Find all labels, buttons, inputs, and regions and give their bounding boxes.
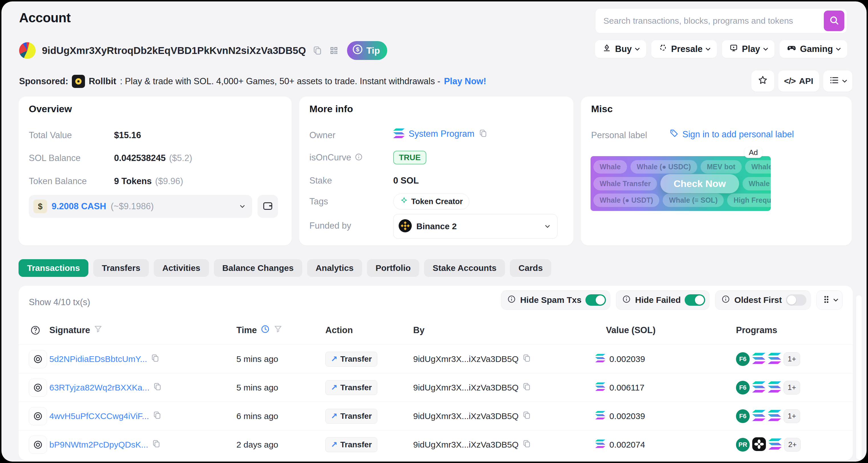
tip-label: Tip: [366, 46, 380, 56]
tip-button[interactable]: $ Tip: [347, 41, 387, 60]
copy-by-button[interactable]: [522, 410, 531, 422]
column-settings-button[interactable]: [816, 290, 843, 310]
program-badge[interactable]: PR: [736, 438, 750, 452]
tab-transfers[interactable]: Transfers: [93, 259, 149, 277]
play-button[interactable]: Play: [722, 40, 774, 58]
rollbit-icon: [72, 75, 85, 88]
filter-icon[interactable]: [274, 324, 283, 336]
token-balance-usd: ($9.96): [155, 176, 183, 186]
more-programs-pill[interactable]: 1+: [784, 352, 800, 366]
tab-analytics[interactable]: Analytics: [307, 259, 362, 277]
program-solana-icon[interactable]: [768, 410, 781, 422]
more-programs-pill[interactable]: 1+: [784, 409, 800, 423]
preview-tx-button[interactable]: [29, 436, 47, 454]
copy-address-button[interactable]: [312, 46, 322, 56]
tx-signature-link[interactable]: 4wvH5uPfCXCCwg4iViF...: [49, 411, 149, 421]
sponsored-text: : Play & trade with SOL. 4,000+ Games, 5…: [120, 76, 440, 86]
account-header: 9idUgXmr3XyRtroqDb2kEqVBD1PkKvnN2siXzVa3…: [19, 41, 387, 60]
buy-button[interactable]: Buy: [595, 40, 646, 58]
tx-value: 0.002039: [609, 411, 645, 421]
favorite-button[interactable]: [751, 70, 774, 92]
program-solana-icon[interactable]: [768, 381, 781, 394]
tx-by-address[interactable]: 9idUgXmr3X...iXzVa3DB5Q: [413, 440, 519, 450]
tab-activities[interactable]: Activities: [154, 259, 209, 277]
solana-icon: [595, 411, 606, 421]
star-icon: [757, 75, 768, 88]
program-solana-icon[interactable]: [768, 353, 781, 365]
qr-code-button[interactable]: [329, 46, 339, 56]
help-icon[interactable]: [30, 323, 41, 338]
program-badge[interactable]: F6: [736, 352, 750, 366]
more-programs-pill[interactable]: 2+: [784, 438, 801, 452]
more-programs-pill[interactable]: 1+: [784, 381, 800, 395]
search-input[interactable]: [603, 16, 824, 26]
hide-failed-switch[interactable]: [685, 294, 705, 306]
tab-stake-accounts[interactable]: Stake Accounts: [424, 259, 505, 277]
tx-by-address[interactable]: 9idUgXmr3X...iXzVa3DB5Q: [413, 383, 519, 393]
api-label: API: [799, 76, 813, 86]
tab-transactions[interactable]: Transactions: [19, 259, 88, 277]
clock-icon[interactable]: [260, 324, 270, 336]
action-badge[interactable]: ↗Transfer: [326, 352, 377, 367]
copy-signature-button[interactable]: [153, 410, 162, 422]
program-badge[interactable]: F6: [736, 409, 750, 423]
action-badge[interactable]: ↗Transfer: [326, 380, 377, 395]
check-now-button[interactable]: Check Now: [660, 174, 739, 193]
gaming-button[interactable]: Gaming: [780, 40, 847, 58]
search-button[interactable]: [824, 10, 844, 31]
hide-failed-toggle-chip[interactable]: Hide Failed: [616, 290, 709, 310]
program-badge[interactable]: F6: [736, 381, 750, 395]
copy-signature-button[interactable]: [153, 382, 162, 393]
scrollbar[interactable]: [856, 295, 862, 460]
tx-signature-link[interactable]: 63RTyjza82Wq2rBXXKa...: [49, 383, 149, 393]
preview-tx-button[interactable]: [29, 407, 47, 425]
tab-portfolio[interactable]: Portfolio: [367, 259, 419, 277]
funded-by-dropdown[interactable]: Binance 2: [393, 214, 557, 239]
ad-banner[interactable]: Whale Whale (● USDC) MEV bot Whale (● BN…: [591, 156, 771, 211]
hide-spam-toggle-chip[interactable]: Hide Spam Txs: [501, 290, 610, 310]
tx-by-address[interactable]: 9idUgXmr3X...iXzVa3DB5Q: [413, 354, 519, 364]
program-solana-icon[interactable]: [769, 438, 782, 451]
program-solana-icon[interactable]: [752, 381, 765, 394]
time-header-label: Time: [237, 325, 257, 336]
wallet-portfolio-button[interactable]: [257, 195, 278, 218]
tx-signature-link[interactable]: bP9NWtm2PcDpyQDsK...: [49, 440, 148, 450]
action-badge[interactable]: ↗Transfer: [326, 437, 377, 452]
copy-by-button[interactable]: [522, 382, 531, 393]
play-label: Play: [742, 44, 760, 54]
tab-bar: Transactions Transfers Activities Balanc…: [19, 259, 551, 277]
info-icon: [507, 295, 516, 306]
owner-link[interactable]: System Program: [409, 129, 474, 139]
presale-button[interactable]: Presale: [651, 40, 717, 58]
isoncurve-badge: TRUE: [393, 151, 426, 165]
tx-signature-link[interactable]: 5d2NPidiaEDsBbtcUmY...: [49, 354, 147, 364]
preview-tx-button[interactable]: [29, 350, 47, 368]
preview-tx-button[interactable]: [29, 378, 47, 397]
copy-by-button[interactable]: [522, 439, 531, 450]
api-button[interactable]: </> API: [778, 70, 819, 92]
copy-by-button[interactable]: [522, 353, 531, 365]
search-box[interactable]: [595, 8, 847, 33]
program-solana-icon[interactable]: [752, 410, 765, 422]
program-solana-icon[interactable]: [752, 353, 765, 365]
token-selector-dropdown[interactable]: $ 9.2008 CASH (~$9.1986): [29, 195, 252, 218]
sponsored-cta-link[interactable]: Play Now!: [444, 76, 486, 86]
copy-signature-button[interactable]: [152, 439, 161, 450]
presale-icon: [658, 44, 668, 55]
list-menu-button[interactable]: [823, 70, 852, 92]
tx-by-address[interactable]: 9idUgXmr3X...iXzVa3DB5Q: [413, 411, 519, 421]
funded-by-value: Binance 2: [416, 222, 541, 231]
copy-signature-button[interactable]: [151, 353, 160, 365]
program-flower-icon[interactable]: [752, 437, 766, 452]
token-creator-tag[interactable]: Token Creator: [393, 194, 469, 209]
oldest-first-switch[interactable]: [786, 294, 806, 306]
action-badge[interactable]: ↗Transfer: [326, 409, 377, 424]
tab-balance-changes[interactable]: Balance Changes: [214, 259, 302, 277]
hide-spam-switch[interactable]: [585, 294, 606, 306]
tab-cards[interactable]: Cards: [510, 259, 551, 277]
sign-in-label-link[interactable]: Sign in to add personal label: [669, 128, 794, 140]
filter-icon[interactable]: [94, 324, 103, 336]
copy-owner-button[interactable]: [478, 129, 488, 139]
table-row: 5d2NPidiaEDsBbtcUmY... 5 mins ago ↗Trans…: [19, 345, 853, 373]
oldest-first-toggle-chip[interactable]: Oldest First: [715, 290, 811, 310]
